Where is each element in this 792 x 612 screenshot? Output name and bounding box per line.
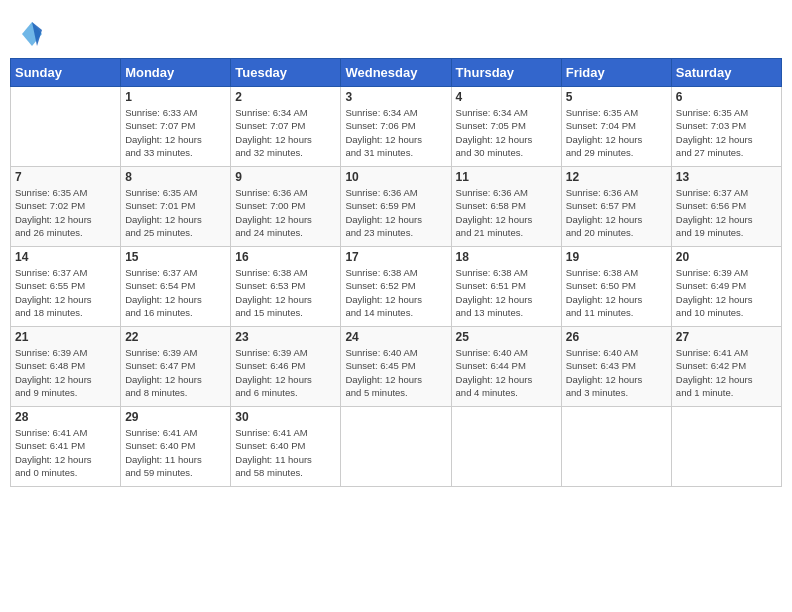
day-number: 26 xyxy=(566,330,667,344)
day-number: 2 xyxy=(235,90,336,104)
calendar-cell xyxy=(451,407,561,487)
day-info: Sunrise: 6:35 AM Sunset: 7:02 PM Dayligh… xyxy=(15,186,116,239)
page-header xyxy=(10,10,782,53)
day-info: Sunrise: 6:41 AM Sunset: 6:41 PM Dayligh… xyxy=(15,426,116,479)
day-number: 29 xyxy=(125,410,226,424)
day-info: Sunrise: 6:39 AM Sunset: 6:47 PM Dayligh… xyxy=(125,346,226,399)
logo xyxy=(20,20,48,48)
calendar-cell: 4Sunrise: 6:34 AM Sunset: 7:05 PM Daylig… xyxy=(451,87,561,167)
calendar-cell: 3Sunrise: 6:34 AM Sunset: 7:06 PM Daylig… xyxy=(341,87,451,167)
day-info: Sunrise: 6:40 AM Sunset: 6:44 PM Dayligh… xyxy=(456,346,557,399)
day-info: Sunrise: 6:41 AM Sunset: 6:40 PM Dayligh… xyxy=(125,426,226,479)
calendar-cell xyxy=(671,407,781,487)
calendar-week-row: 14Sunrise: 6:37 AM Sunset: 6:55 PM Dayli… xyxy=(11,247,782,327)
day-number: 21 xyxy=(15,330,116,344)
calendar-cell: 8Sunrise: 6:35 AM Sunset: 7:01 PM Daylig… xyxy=(121,167,231,247)
day-info: Sunrise: 6:39 AM Sunset: 6:46 PM Dayligh… xyxy=(235,346,336,399)
day-info: Sunrise: 6:38 AM Sunset: 6:51 PM Dayligh… xyxy=(456,266,557,319)
calendar-cell: 15Sunrise: 6:37 AM Sunset: 6:54 PM Dayli… xyxy=(121,247,231,327)
day-number: 3 xyxy=(345,90,446,104)
day-number: 6 xyxy=(676,90,777,104)
day-info: Sunrise: 6:36 AM Sunset: 6:57 PM Dayligh… xyxy=(566,186,667,239)
logo-icon xyxy=(22,20,42,48)
day-number: 10 xyxy=(345,170,446,184)
calendar-cell: 26Sunrise: 6:40 AM Sunset: 6:43 PM Dayli… xyxy=(561,327,671,407)
calendar-cell: 20Sunrise: 6:39 AM Sunset: 6:49 PM Dayli… xyxy=(671,247,781,327)
day-number: 15 xyxy=(125,250,226,264)
day-info: Sunrise: 6:37 AM Sunset: 6:54 PM Dayligh… xyxy=(125,266,226,319)
calendar-cell xyxy=(11,87,121,167)
calendar-week-row: 7Sunrise: 6:35 AM Sunset: 7:02 PM Daylig… xyxy=(11,167,782,247)
weekday-header: Friday xyxy=(561,59,671,87)
day-info: Sunrise: 6:37 AM Sunset: 6:55 PM Dayligh… xyxy=(15,266,116,319)
day-number: 7 xyxy=(15,170,116,184)
weekday-header: Saturday xyxy=(671,59,781,87)
day-info: Sunrise: 6:36 AM Sunset: 6:59 PM Dayligh… xyxy=(345,186,446,239)
calendar-table: SundayMondayTuesdayWednesdayThursdayFrid… xyxy=(10,58,782,487)
calendar-cell: 14Sunrise: 6:37 AM Sunset: 6:55 PM Dayli… xyxy=(11,247,121,327)
calendar-cell: 16Sunrise: 6:38 AM Sunset: 6:53 PM Dayli… xyxy=(231,247,341,327)
day-number: 5 xyxy=(566,90,667,104)
calendar-cell: 18Sunrise: 6:38 AM Sunset: 6:51 PM Dayli… xyxy=(451,247,561,327)
day-number: 4 xyxy=(456,90,557,104)
day-info: Sunrise: 6:38 AM Sunset: 6:50 PM Dayligh… xyxy=(566,266,667,319)
day-info: Sunrise: 6:35 AM Sunset: 7:04 PM Dayligh… xyxy=(566,106,667,159)
day-number: 9 xyxy=(235,170,336,184)
day-info: Sunrise: 6:34 AM Sunset: 7:05 PM Dayligh… xyxy=(456,106,557,159)
calendar-cell: 19Sunrise: 6:38 AM Sunset: 6:50 PM Dayli… xyxy=(561,247,671,327)
day-info: Sunrise: 6:40 AM Sunset: 6:43 PM Dayligh… xyxy=(566,346,667,399)
day-info: Sunrise: 6:39 AM Sunset: 6:48 PM Dayligh… xyxy=(15,346,116,399)
weekday-header: Monday xyxy=(121,59,231,87)
calendar-cell: 17Sunrise: 6:38 AM Sunset: 6:52 PM Dayli… xyxy=(341,247,451,327)
day-number: 19 xyxy=(566,250,667,264)
calendar-cell: 29Sunrise: 6:41 AM Sunset: 6:40 PM Dayli… xyxy=(121,407,231,487)
calendar-cell: 9Sunrise: 6:36 AM Sunset: 7:00 PM Daylig… xyxy=(231,167,341,247)
day-number: 16 xyxy=(235,250,336,264)
day-number: 27 xyxy=(676,330,777,344)
calendar-cell: 27Sunrise: 6:41 AM Sunset: 6:42 PM Dayli… xyxy=(671,327,781,407)
day-info: Sunrise: 6:38 AM Sunset: 6:52 PM Dayligh… xyxy=(345,266,446,319)
calendar-header-row: SundayMondayTuesdayWednesdayThursdayFrid… xyxy=(11,59,782,87)
calendar-cell: 21Sunrise: 6:39 AM Sunset: 6:48 PM Dayli… xyxy=(11,327,121,407)
day-number: 22 xyxy=(125,330,226,344)
calendar-cell: 12Sunrise: 6:36 AM Sunset: 6:57 PM Dayli… xyxy=(561,167,671,247)
calendar-cell: 23Sunrise: 6:39 AM Sunset: 6:46 PM Dayli… xyxy=(231,327,341,407)
day-number: 11 xyxy=(456,170,557,184)
calendar-cell: 6Sunrise: 6:35 AM Sunset: 7:03 PM Daylig… xyxy=(671,87,781,167)
day-info: Sunrise: 6:41 AM Sunset: 6:40 PM Dayligh… xyxy=(235,426,336,479)
calendar-cell: 25Sunrise: 6:40 AM Sunset: 6:44 PM Dayli… xyxy=(451,327,561,407)
day-info: Sunrise: 6:36 AM Sunset: 7:00 PM Dayligh… xyxy=(235,186,336,239)
calendar-cell xyxy=(561,407,671,487)
day-number: 25 xyxy=(456,330,557,344)
calendar-week-row: 28Sunrise: 6:41 AM Sunset: 6:41 PM Dayli… xyxy=(11,407,782,487)
weekday-header: Wednesday xyxy=(341,59,451,87)
calendar-cell: 11Sunrise: 6:36 AM Sunset: 6:58 PM Dayli… xyxy=(451,167,561,247)
day-number: 28 xyxy=(15,410,116,424)
day-number: 13 xyxy=(676,170,777,184)
calendar-cell: 7Sunrise: 6:35 AM Sunset: 7:02 PM Daylig… xyxy=(11,167,121,247)
weekday-header: Tuesday xyxy=(231,59,341,87)
day-info: Sunrise: 6:38 AM Sunset: 6:53 PM Dayligh… xyxy=(235,266,336,319)
day-info: Sunrise: 6:33 AM Sunset: 7:07 PM Dayligh… xyxy=(125,106,226,159)
day-number: 1 xyxy=(125,90,226,104)
weekday-header: Sunday xyxy=(11,59,121,87)
calendar-cell: 1Sunrise: 6:33 AM Sunset: 7:07 PM Daylig… xyxy=(121,87,231,167)
day-info: Sunrise: 6:41 AM Sunset: 6:42 PM Dayligh… xyxy=(676,346,777,399)
day-info: Sunrise: 6:35 AM Sunset: 7:03 PM Dayligh… xyxy=(676,106,777,159)
day-number: 18 xyxy=(456,250,557,264)
calendar-cell: 2Sunrise: 6:34 AM Sunset: 7:07 PM Daylig… xyxy=(231,87,341,167)
calendar-cell: 10Sunrise: 6:36 AM Sunset: 6:59 PM Dayli… xyxy=(341,167,451,247)
calendar-cell: 30Sunrise: 6:41 AM Sunset: 6:40 PM Dayli… xyxy=(231,407,341,487)
day-info: Sunrise: 6:36 AM Sunset: 6:58 PM Dayligh… xyxy=(456,186,557,239)
day-number: 14 xyxy=(15,250,116,264)
day-info: Sunrise: 6:34 AM Sunset: 7:07 PM Dayligh… xyxy=(235,106,336,159)
day-info: Sunrise: 6:34 AM Sunset: 7:06 PM Dayligh… xyxy=(345,106,446,159)
day-number: 8 xyxy=(125,170,226,184)
day-number: 20 xyxy=(676,250,777,264)
day-info: Sunrise: 6:39 AM Sunset: 6:49 PM Dayligh… xyxy=(676,266,777,319)
calendar-cell xyxy=(341,407,451,487)
calendar-week-row: 1Sunrise: 6:33 AM Sunset: 7:07 PM Daylig… xyxy=(11,87,782,167)
day-info: Sunrise: 6:37 AM Sunset: 6:56 PM Dayligh… xyxy=(676,186,777,239)
calendar-cell: 22Sunrise: 6:39 AM Sunset: 6:47 PM Dayli… xyxy=(121,327,231,407)
day-number: 17 xyxy=(345,250,446,264)
